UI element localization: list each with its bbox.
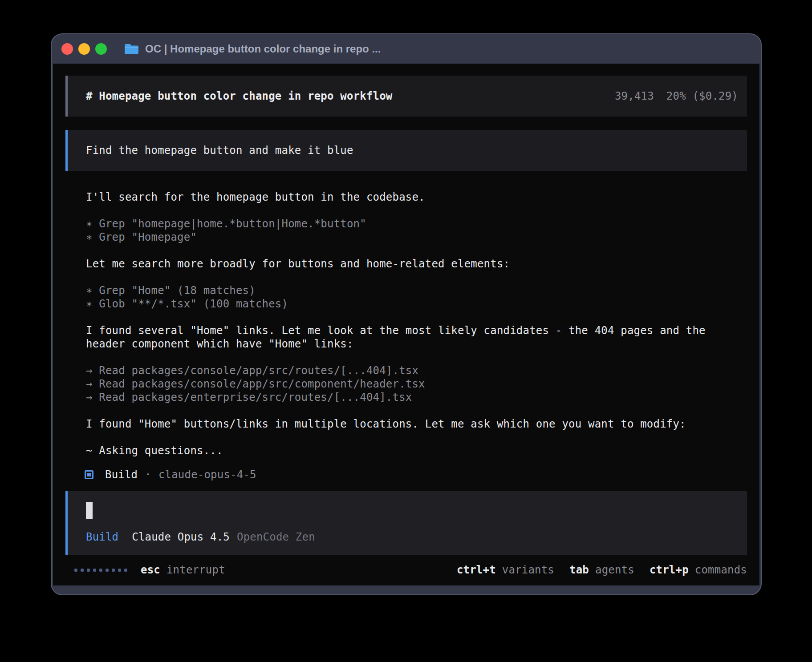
tool-call-read: → Read packages/enterprise/src/routes/[.… xyxy=(86,391,747,404)
assistant-text: Let me search more broadly for buttons a… xyxy=(86,257,723,270)
window-title: OC | Homepage button color change in rep… xyxy=(145,43,381,55)
tab-key-hint: tab xyxy=(569,563,589,577)
minimize-window-button[interactable] xyxy=(78,43,90,55)
ctrl-t-key-hint: ctrl+t xyxy=(457,563,496,577)
status-bar-right: ctrl+t variants tab agents ctrl+p comman… xyxy=(457,563,747,577)
assistant-status-text: ~ Asking questions... xyxy=(86,444,723,457)
terminal-window: OC | Homepage button color change in rep… xyxy=(51,33,762,595)
agent-name: Build xyxy=(105,468,138,481)
model-name: claude-opus-4-5 xyxy=(158,468,256,481)
spinner-dots xyxy=(74,569,127,572)
tool-call-glob: ∗ Glob "**/*.tsx" (100 matches) xyxy=(86,297,747,311)
user-message-text: Find the homepage button and make it blu… xyxy=(86,144,353,157)
prompt-input[interactable]: Build Claude Opus 4.5 OpenCode Zen xyxy=(65,491,747,555)
commands-label: commands xyxy=(695,563,747,577)
session-title: # Homepage button color change in repo w… xyxy=(86,89,393,103)
status-bar: esc interrupt ctrl+t variants tab agents… xyxy=(65,563,747,577)
token-count: 39,413 xyxy=(615,89,654,103)
tool-call-group: → Read packages/console/app/src/routes/[… xyxy=(65,364,747,404)
esc-key-hint: esc xyxy=(141,563,160,577)
assistant-text: I found "Home" buttons/links in multiple… xyxy=(86,417,723,431)
tool-call-grep: ∗ Grep "Home" (18 matches) xyxy=(86,284,747,297)
window-bottom-edge xyxy=(52,585,761,594)
agent-status: Build · claude-opus-4-5 xyxy=(85,468,747,481)
shortcut-interrupt: esc interrupt xyxy=(141,563,225,577)
desktop-background: OC | Homepage button color change in rep… xyxy=(0,0,812,662)
input-provider-label: OpenCode Zen xyxy=(237,530,315,544)
user-message: Find the homepage button and make it blu… xyxy=(65,130,747,171)
session-header: # Homepage button color change in repo w… xyxy=(65,76,747,117)
status-bar-left: esc interrupt xyxy=(74,563,225,577)
tool-call-group: ∗ Grep "Home" (18 matches) ∗ Glob "**/*.… xyxy=(65,284,747,311)
assistant-text: I'll search for the homepage button in t… xyxy=(86,190,723,204)
window-titlebar[interactable]: OC | Homepage button color change in rep… xyxy=(52,34,761,64)
agents-label: agents xyxy=(595,563,634,577)
agent-mode-icon xyxy=(85,470,93,479)
separator-dot: · xyxy=(145,468,151,481)
shortcut-variants: ctrl+t variants xyxy=(457,563,554,577)
zoom-window-button[interactable] xyxy=(95,43,107,55)
terminal-content: # Homepage button color change in repo w… xyxy=(53,64,759,585)
traffic-lights xyxy=(61,43,107,55)
esc-key-label: interrupt xyxy=(166,563,225,577)
shortcut-commands: ctrl+p commands xyxy=(650,563,747,577)
tool-call-grep: ∗ Grep "homepage|home.*button|Home.*butt… xyxy=(86,217,747,230)
input-model-label[interactable]: Claude Opus 4.5 xyxy=(132,530,230,544)
assistant-text: I found several "Home" links. Let me loo… xyxy=(86,324,723,351)
close-window-button[interactable] xyxy=(61,43,73,55)
text-cursor xyxy=(86,502,93,519)
variants-label: variants xyxy=(502,563,554,577)
input-meta-row: Build Claude Opus 4.5 OpenCode Zen xyxy=(86,530,738,544)
tool-call-read: → Read packages/console/app/src/componen… xyxy=(86,377,747,391)
tool-call-group: ∗ Grep "homepage|home.*button|Home.*butt… xyxy=(65,217,747,244)
ctrl-p-key-hint: ctrl+p xyxy=(650,563,689,577)
tool-call-grep: ∗ Grep "Homepage" xyxy=(86,230,747,244)
input-agent-label[interactable]: Build xyxy=(86,530,118,544)
session-stats: 39,413 20% ($0.29) xyxy=(615,89,738,103)
shortcut-agents: tab agents xyxy=(569,563,634,577)
tool-call-read: → Read packages/console/app/src/routes/[… xyxy=(86,364,747,377)
context-usage: 20% ($0.29) xyxy=(666,89,738,103)
folder-icon xyxy=(124,43,139,55)
